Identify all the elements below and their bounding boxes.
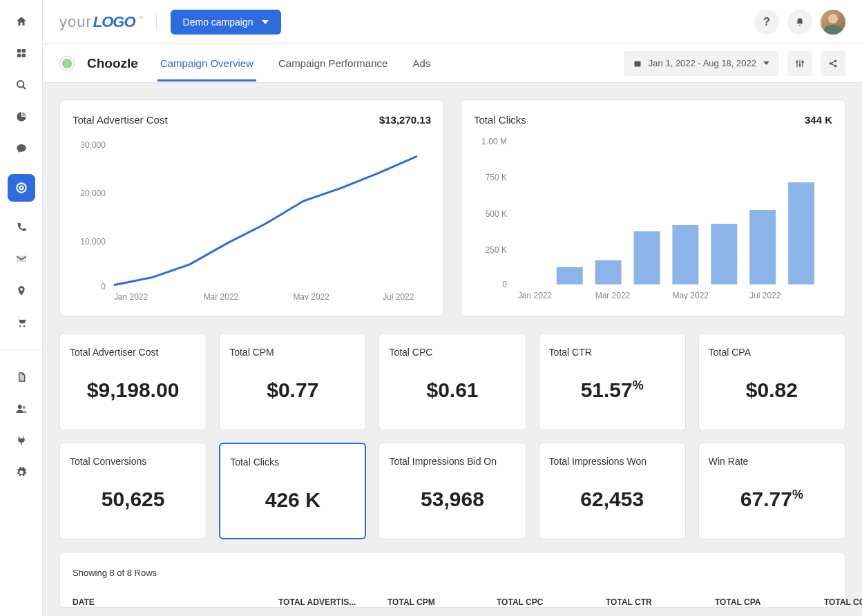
sidebar <box>0 0 43 616</box>
svg-text:May 2022: May 2022 <box>672 291 709 300</box>
kpi-card[interactable]: Total Advertiser Cost$9,198.00 <box>59 334 207 430</box>
svg-text:10,000: 10,000 <box>80 237 106 247</box>
kpi-title: Total CPC <box>389 347 515 358</box>
kpi-card[interactable]: Total CPM$0.77 <box>219 334 366 430</box>
svg-rect-1 <box>21 49 25 52</box>
kpi-value: $0.82 <box>709 378 835 402</box>
svg-rect-36 <box>749 210 776 285</box>
kpi-value: 426 K <box>230 488 355 512</box>
table-column-header[interactable]: TOTAL CPC <box>497 597 600 607</box>
svg-text:750 K: 750 K <box>486 173 507 182</box>
kpi-title: Total Advertiser Cost <box>70 347 196 358</box>
kpi-card[interactable]: Total CTR51.57% <box>539 334 686 430</box>
plug-icon[interactable] <box>15 434 28 447</box>
subbar: Choozle Campaign Overview Campaign Perfo… <box>43 44 862 83</box>
kpi-title: Total CPM <box>229 347 356 358</box>
date-range-button[interactable]: Jan 1, 2022 - Aug 18, 2022 <box>624 51 779 76</box>
kpi-card[interactable]: Total Clicks426 K <box>219 443 366 539</box>
help-button[interactable]: ? <box>754 10 779 35</box>
phone-icon[interactable] <box>15 221 28 233</box>
app-name: Choozle <box>87 56 138 71</box>
svg-rect-0 <box>17 49 21 52</box>
svg-point-10 <box>22 406 26 410</box>
chevron-down-icon <box>763 61 769 65</box>
svg-text:Jul 2022: Jul 2022 <box>383 292 414 300</box>
tab-campaign-performance[interactable]: Campaign Performance <box>278 45 387 81</box>
table-column-header[interactable]: TOTAL CPM <box>387 597 491 607</box>
home-icon[interactable] <box>15 15 28 28</box>
chart-title: Total Clicks <box>474 114 526 126</box>
mail-icon[interactable] <box>15 253 28 265</box>
chat-icon[interactable] <box>15 142 28 155</box>
svg-text:Jan 2022: Jan 2022 <box>114 292 149 300</box>
topbar: yourLOGO™ Demo campaign ? <box>43 0 862 44</box>
svg-rect-3 <box>21 54 25 57</box>
svg-point-14 <box>802 61 803 62</box>
kpi-card[interactable]: Total Impressions Won62,453 <box>539 443 686 539</box>
kpi-card[interactable]: Win Rate67.77% <box>698 443 845 539</box>
table-info: Showing 8 of 8 Rows <box>73 568 832 578</box>
target-icon[interactable] <box>8 174 35 202</box>
table-column-header[interactable]: TOTAL ADVERTIS... <box>278 597 382 607</box>
campaign-label: Demo campaign <box>183 17 253 28</box>
share-button[interactable] <box>821 51 845 76</box>
svg-text:May 2022: May 2022 <box>293 292 329 300</box>
kpi-card[interactable]: Total Impressions Bid On53,968 <box>379 443 526 539</box>
logo: yourLOGO™ <box>59 13 142 31</box>
kpi-value: $0.77 <box>229 378 356 402</box>
kpi-value: $0.61 <box>389 378 515 402</box>
kpi-card[interactable]: Total Conversions50,625 <box>59 443 207 539</box>
chart-value: $13,270.13 <box>379 114 431 126</box>
search-icon[interactable] <box>15 79 28 91</box>
table-column-header[interactable]: TOTAL CTR <box>606 597 709 607</box>
svg-text:0: 0 <box>101 282 106 291</box>
bar-chart: 1.00 M 750 K 500 K 250 K 0 Jan 2022 M <box>474 134 832 300</box>
line-chart: 30,000 20,000 10,000 0 Jan 2022 Mar 2022… <box>73 134 431 300</box>
table-column-header[interactable]: TOTAL CPA <box>715 597 818 607</box>
svg-rect-35 <box>711 224 737 285</box>
users-icon[interactable] <box>15 403 28 415</box>
svg-rect-11 <box>634 61 640 66</box>
content: Total Advertiser Cost $13,270.13 30,000 … <box>43 83 862 616</box>
svg-rect-2 <box>17 54 21 57</box>
svg-text:Mar 2022: Mar 2022 <box>595 291 631 300</box>
svg-point-4 <box>17 81 23 87</box>
grid-icon[interactable] <box>15 47 28 59</box>
svg-rect-33 <box>634 231 660 285</box>
cart-icon[interactable] <box>15 316 28 329</box>
svg-point-8 <box>23 325 25 327</box>
kpi-value: 53,968 <box>389 488 515 511</box>
svg-rect-34 <box>672 225 698 285</box>
svg-text:1.00 M: 1.00 M <box>481 137 507 146</box>
gear-icon[interactable] <box>15 466 28 479</box>
avatar[interactable] <box>821 10 845 35</box>
kpi-title: Total Conversions <box>70 456 196 467</box>
chevron-down-icon <box>262 20 269 24</box>
svg-point-7 <box>19 325 21 327</box>
file-icon[interactable] <box>15 371 28 383</box>
svg-text:250 K: 250 K <box>486 245 507 255</box>
kpi-card[interactable]: Total CPA$0.82 <box>698 334 845 430</box>
notifications-button[interactable] <box>787 10 812 35</box>
tab-ads[interactable]: Ads <box>412 45 430 81</box>
svg-text:0: 0 <box>502 280 507 289</box>
svg-rect-37 <box>788 182 814 285</box>
pie-icon[interactable] <box>15 110 28 123</box>
kpi-value: $9,198.00 <box>70 378 196 402</box>
table-column-header[interactable]: TOTAL CON <box>824 597 862 607</box>
pin-icon[interactable] <box>15 285 28 297</box>
calendar-icon <box>633 59 642 68</box>
campaign-selector[interactable]: Demo campaign <box>171 10 281 35</box>
tab-campaign-overview[interactable]: Campaign Overview <box>160 45 253 81</box>
settings-button[interactable] <box>787 51 812 76</box>
table-column-header[interactable]: DATE <box>73 597 273 607</box>
kpi-title: Total Impressions Bid On <box>389 456 515 467</box>
svg-text:20,000: 20,000 <box>80 189 106 198</box>
svg-text:30,000: 30,000 <box>80 140 106 150</box>
svg-rect-31 <box>557 267 583 285</box>
kpi-title: Total CTR <box>549 347 676 358</box>
kpi-card[interactable]: Total CPC$0.61 <box>379 334 526 430</box>
svg-text:Mar 2022: Mar 2022 <box>204 292 239 300</box>
svg-text:Jan 2022: Jan 2022 <box>518 291 553 300</box>
table-header: DATETOTAL ADVERTIS...TOTAL CPMTOTAL CPCT… <box>73 597 832 607</box>
